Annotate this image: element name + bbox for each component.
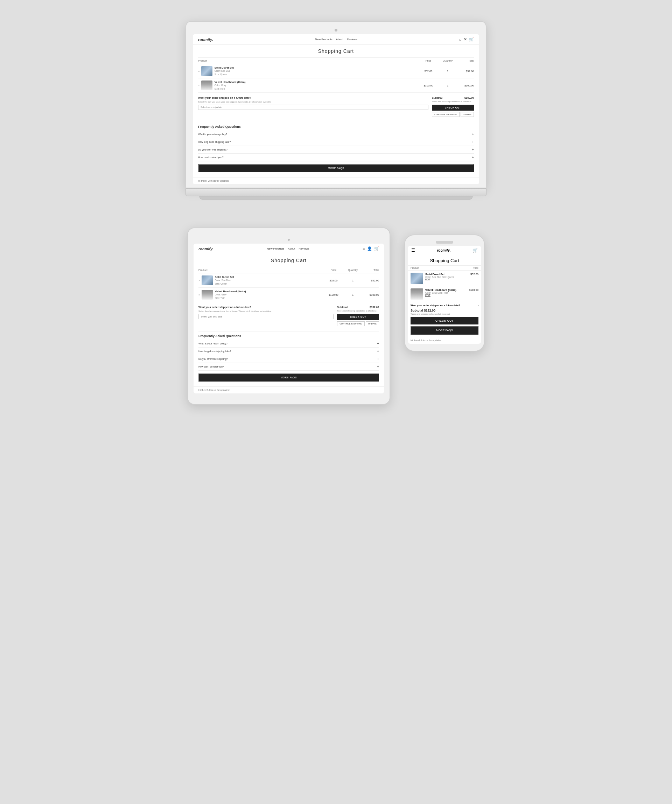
phone-menu-icon[interactable]: ☰ xyxy=(411,248,415,253)
tablet-screen: roomify. New Products About Reviews ⌕ 👤 … xyxy=(193,243,384,394)
tablet-future-date: Want your order shipped on a future date… xyxy=(198,306,334,319)
duvet-size: Size: Queen xyxy=(214,73,418,76)
tablet-remove-headboard[interactable]: × xyxy=(198,293,200,296)
checkout-button[interactable]: CHECK OUT xyxy=(432,105,474,111)
tablet-faq-q0: What is your return policy? xyxy=(198,342,227,345)
faq-item-3[interactable]: How can I contact you? + xyxy=(198,154,474,161)
search-icon[interactable]: ⌕ xyxy=(459,37,462,42)
tablet-faq-q2: Do you offer free shipping? xyxy=(198,358,228,360)
phone-subtotal-label: Subtotal xyxy=(410,309,423,312)
phone-headboard-info: Velvet Headboard (Keira) Color: Gray Siz… xyxy=(425,288,467,296)
tablet-cart-title: Shopping Cart xyxy=(198,258,379,263)
cart-icon[interactable]: 🛒 xyxy=(469,37,474,42)
tablet-nav: roomify. New Products About Reviews ⌕ 👤 … xyxy=(193,243,384,254)
laptop-nav-links: New Products About Reviews xyxy=(315,38,357,41)
tablet-duvet-size: Size: Queen xyxy=(215,282,323,285)
tablet-header-total: Total xyxy=(361,268,379,271)
faq-title: Frequently Asked Questions xyxy=(198,125,474,129)
tablet-headboard-name: Velvet Headboard (Keira) xyxy=(215,290,323,293)
tablet-cart-icon[interactable]: 🛒 xyxy=(374,247,379,251)
header-total: Total xyxy=(456,59,474,62)
tablet-footer: Hi there! Join us for updates: xyxy=(193,386,384,394)
tablet-user-icon[interactable]: 👤 xyxy=(367,247,372,251)
phone-duvet-edit[interactable]: EDIT xyxy=(425,278,468,281)
faq-expand-3: + xyxy=(472,155,474,159)
more-faqs-button[interactable]: MORE FAQS xyxy=(198,164,474,172)
nav-about[interactable]: About xyxy=(336,38,343,41)
duvet-qty: 1 xyxy=(439,70,456,73)
header-product: Product xyxy=(198,59,418,62)
phone-table-header: Product Price xyxy=(408,265,481,271)
continue-shopping-button[interactable]: CONTINUE SHOPPING xyxy=(432,112,459,117)
tablet-duvet-image xyxy=(201,276,213,285)
tablet-header-product: Product xyxy=(198,268,323,271)
duvet-info: Solid Duvet Set Color: Sea Blue Size: Qu… xyxy=(214,66,418,75)
tablet-nav-reviews[interactable]: Reviews xyxy=(299,247,309,250)
tablet-remove-duvet[interactable]: × xyxy=(198,279,200,282)
faq-item-1[interactable]: How long does shipping take? + xyxy=(198,138,474,146)
phone-nav: ☰ roomify. 🛒 xyxy=(408,246,481,255)
user-icon[interactable]: ✕ xyxy=(464,37,467,42)
tablet-nav-new-products[interactable]: New Products xyxy=(267,247,284,250)
tablet-update-button[interactable]: UPDATE xyxy=(366,321,379,326)
laptop-footer: Hi there! Join us for updates: xyxy=(193,177,479,184)
phone-cart-title: Shopping Cart xyxy=(408,258,481,263)
tablet-ship-date-input[interactable] xyxy=(198,314,334,319)
laptop-nav: roomify. New Products About Reviews ⌕ ✕ … xyxy=(193,34,479,45)
tablet-faq-title: Frequently Asked Questions xyxy=(198,334,379,338)
headboard-info: Velvet Headboard (Keira) Color: Gray Siz… xyxy=(214,80,418,90)
phone-future-arrow: › xyxy=(478,304,479,307)
remove-headboard-button[interactable]: × xyxy=(198,84,200,87)
duvet-color: Color: Sea Blue xyxy=(214,69,418,72)
tablet-content: Shopping Cart Product Price Quantity Tot… xyxy=(193,254,384,386)
tablet-more-faqs-button[interactable]: MORE FAQS xyxy=(198,373,379,382)
tablet-header-quantity: Quantity xyxy=(344,268,361,271)
phone-logo: roomify. xyxy=(415,248,473,252)
phone-duvet-details: Color: Sea Blue Size: Queen xyxy=(425,276,468,278)
headboard-qty: 1 xyxy=(439,84,456,87)
remove-duvet-button[interactable]: × xyxy=(198,70,200,73)
phone-device: ☰ roomify. 🛒 Shopping Cart Product Price xyxy=(404,235,485,351)
tablet-headboard-image xyxy=(201,290,213,300)
tablet-checkout-button[interactable]: CHECK OUT xyxy=(337,314,379,320)
nav-new-products[interactable]: New Products xyxy=(315,38,332,41)
duvet-name: Solid Duvet Set xyxy=(214,66,418,69)
phone-notch xyxy=(436,241,453,243)
tablet-continue-button[interactable]: CONTINUE SHOPPING xyxy=(337,321,365,326)
faq-item-2[interactable]: Do you offer free shipping? + xyxy=(198,146,474,154)
phone-checkout-button[interactable]: CHECK OUT xyxy=(410,317,479,324)
phone-headboard-edit[interactable]: EDIT xyxy=(425,294,467,296)
laptop-device: roomify. New Products About Reviews ⌕ ✕ … xyxy=(185,21,487,199)
laptop-content: Shopping Cart Product Price Quantity Tot… xyxy=(193,45,479,177)
tablet-future-sub: Select the day you want your box shipped… xyxy=(198,310,334,312)
phone-footer: Hi there! Join us for updates: xyxy=(408,337,481,344)
tablet-tax-note: Taxes and shipping calculated at checkou… xyxy=(337,310,379,312)
tablet-faq-2[interactable]: Do you offer free shipping? + xyxy=(198,355,379,363)
phone-cart-icon[interactable]: 🛒 xyxy=(473,248,478,253)
faq-expand-0: + xyxy=(472,132,474,136)
headboard-total: $100.00 xyxy=(456,84,474,87)
tablet-faq-q1: How long does shipping take? xyxy=(198,350,231,353)
faq-item-0[interactable]: What is your return policy? + xyxy=(198,131,474,138)
tablet-faq-3[interactable]: How can I contact you? + xyxy=(198,363,379,371)
update-button[interactable]: UPDATE xyxy=(461,112,474,117)
tablet-subtotal-value: $152.00 xyxy=(370,306,379,309)
tablet-duvet-qty: 1 xyxy=(344,279,361,282)
future-date-section: Want your order shipped on a future date… xyxy=(198,96,428,110)
tablet-nav-icons: ⌕ 👤 🛒 xyxy=(363,247,379,251)
tablet-device: roomify. New Products About Reviews ⌕ 👤 … xyxy=(187,227,390,405)
ship-date-input[interactable] xyxy=(198,105,428,110)
phone-header-price: Price xyxy=(473,267,479,269)
tablet-nav-about[interactable]: About xyxy=(288,247,295,250)
tablet-search-icon[interactable]: ⌕ xyxy=(363,247,365,251)
tablet-faq-plus-0: + xyxy=(377,342,379,345)
phone-more-faqs-button[interactable]: MORE FAQS xyxy=(410,326,479,335)
tablet-headboard-qty: 1 xyxy=(344,293,361,296)
laptop-camera xyxy=(335,29,337,31)
tablet-faq-0[interactable]: What is your return policy? + xyxy=(198,340,379,348)
nav-reviews[interactable]: Reviews xyxy=(347,38,357,41)
tablet-cart-table: Product Price Quantity Total × Solid Duv… xyxy=(198,267,379,302)
tablet-subtotal-label: Subtotal xyxy=(337,306,348,309)
phone-headboard-name: Velvet Headboard (Keira) xyxy=(425,288,467,292)
tablet-faq-1[interactable]: How long does shipping take? + xyxy=(198,348,379,355)
